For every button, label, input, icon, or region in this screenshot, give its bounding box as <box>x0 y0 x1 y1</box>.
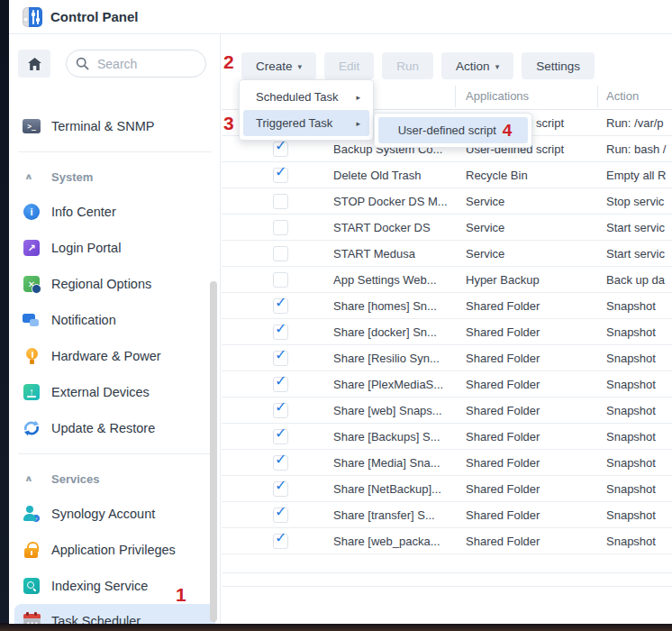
sidebar-item-login-portal[interactable]: ↗Login Portal <box>9 230 221 266</box>
sidebar-item-application-privileges[interactable]: Application Privileges <box>9 532 221 568</box>
action-button[interactable]: Action▾ <box>441 52 513 79</box>
row-checkbox[interactable]: ✓ <box>273 377 288 392</box>
menu-item-triggered-task[interactable]: Triggered Task▸ <box>243 110 369 136</box>
row-checkbox[interactable]: ✓ <box>273 142 288 157</box>
sidebar-scrollbar[interactable] <box>210 281 217 622</box>
row-checkbox[interactable]: ✓ <box>273 429 288 444</box>
row-checkbox[interactable] <box>273 272 288 288</box>
row-checkbox[interactable] <box>273 246 288 261</box>
checkmark-icon: ✓ <box>275 425 286 442</box>
sidebar: >_Terminal & SNMP∧SystemiInfo Center↗Log… <box>9 34 221 624</box>
synology-account-icon: ✓ <box>23 506 41 522</box>
task-scheduler-icon <box>23 614 41 625</box>
task-name-cell: App Settings Web... <box>333 267 458 293</box>
create-button[interactable]: Create▾ <box>241 52 316 79</box>
table-row[interactable]: ✓Share [Backups] S...Shared FolderSnapsh… <box>222 424 672 450</box>
row-checkbox[interactable]: ✓ <box>273 325 288 340</box>
sidebar-divider <box>9 446 221 462</box>
table-row[interactable]: START Docker DSServiceStart servic <box>222 215 672 241</box>
sidebar-item-indexing-service[interactable]: Indexing Service <box>9 568 221 604</box>
row-checkbox[interactable]: ✓ <box>273 508 288 523</box>
row-checkbox[interactable] <box>273 220 288 235</box>
row-checkbox[interactable]: ✓ <box>273 455 288 471</box>
application-cell: Shared Folder <box>466 398 594 424</box>
row-checkbox[interactable]: ✓ <box>273 481 288 497</box>
home-button[interactable] <box>18 50 50 78</box>
sidebar-nav: >_Terminal & SNMP∧SystemiInfo Center↗Log… <box>9 108 221 624</box>
table-row[interactable]: ✓Share [Resilio Syn...Shared FolderSnaps… <box>222 345 672 371</box>
row-checkbox[interactable]: ✓ <box>273 403 288 418</box>
triggered-task-submenu: User-defined script4 <box>374 113 532 148</box>
indexing-service-icon <box>23 578 40 594</box>
row-checkbox[interactable]: ✓ <box>273 351 288 366</box>
sidebar-section-system[interactable]: ∧System <box>9 160 221 194</box>
sidebar-section-services[interactable]: ∧Services <box>9 462 221 496</box>
sidebar-item-external-devices[interactable]: ↑External Devices <box>9 374 221 410</box>
checkmark-icon: ✓ <box>275 529 286 546</box>
table-row[interactable]: ✓Share [web] Snaps...Shared FolderSnapsh… <box>222 398 672 424</box>
info-center-icon: i <box>23 204 40 220</box>
row-checkbox[interactable]: ✓ <box>273 534 288 549</box>
checkmark-icon: ✓ <box>275 372 286 389</box>
search-box[interactable] <box>66 50 206 78</box>
task-name-cell: Share [Resilio Syn... <box>333 345 458 371</box>
chevron-up-icon: ∧ <box>24 171 33 181</box>
sidebar-item-label: Hardware & Power <box>51 349 161 363</box>
action-cell: Run: /var/p <box>606 110 672 136</box>
row-checkbox[interactable] <box>273 194 288 209</box>
caret-down-icon: ▾ <box>298 62 303 71</box>
table-row[interactable]: App Settings Web...Hyper BackupBack up d… <box>222 267 672 293</box>
table-row[interactable]: ✓Share [transfer] S...Shared FolderSnaps… <box>222 502 672 528</box>
update-restore-icon <box>23 419 41 437</box>
sidebar-item-update-restore[interactable]: Update & Restore <box>9 410 221 446</box>
button-label: Settings <box>536 59 580 73</box>
window-title: Control Panel <box>50 9 139 24</box>
task-name-cell: Share [Media] Sna... <box>333 450 458 476</box>
sidebar-item-label: Indexing Service <box>51 579 148 593</box>
table-row[interactable]: START MedusaServiceStart servic <box>222 241 672 267</box>
settings-button[interactable]: Settings <box>522 52 595 79</box>
task-name-cell: STOP Docker DS M... <box>333 188 458 215</box>
run-button: Run <box>382 52 433 79</box>
control-panel-icon <box>23 7 42 27</box>
sidebar-item-task-scheduler[interactable]: Task Scheduler <box>14 604 215 624</box>
checkmark-icon: ✓ <box>275 346 286 363</box>
table-row[interactable]: STOP Docker DS M...ServiceStop servic <box>222 188 672 215</box>
action-cell: Run: bash / <box>606 136 672 162</box>
row-checkbox[interactable]: ✓ <box>273 168 288 183</box>
sidebar-item-synology-account[interactable]: ✓Synology Account <box>9 496 221 532</box>
search-input[interactable] <box>95 56 186 72</box>
sidebar-item-hardware-power[interactable]: Hardware & Power <box>9 338 221 374</box>
action-cell: Snapshot <box>606 450 672 476</box>
table-row[interactable]: ✓Share [homes] Sn...Shared FolderSnapsho… <box>222 293 672 319</box>
table-row[interactable]: ✓Share [NetBackup]...Shared FolderSnapsh… <box>222 476 672 502</box>
row-checkbox[interactable]: ✓ <box>273 298 288 314</box>
action-cell: Snapshot <box>606 319 672 345</box>
sidebar-item-notification[interactable]: Notification <box>9 302 221 338</box>
menu-item-user-defined-script[interactable]: User-defined script4 <box>378 117 528 143</box>
menu-item-label: User-defined script <box>398 123 496 137</box>
sidebar-item-label: Application Privileges <box>51 543 176 557</box>
task-name-cell: Share [Backups] S... <box>333 424 458 450</box>
sidebar-item-label: Regional Options <box>51 277 151 291</box>
chevron-up-icon: ∧ <box>24 473 33 483</box>
column-header-action[interactable]: Action <box>606 83 639 110</box>
menu-item-scheduled-task[interactable]: Scheduled Task▸ <box>243 84 369 110</box>
checkmark-icon: ✓ <box>275 163 286 180</box>
table-row[interactable]: ✓Share [web_packa...Shared FolderSnapsho… <box>222 528 672 554</box>
task-name-cell: Delete Old Trash <box>333 162 458 188</box>
sidebar-item-regional-options[interactable]: ✕Regional Options <box>9 266 221 302</box>
table-row[interactable]: ✓Share [PlexMediaS...Shared FolderSnapsh… <box>222 371 672 398</box>
table-row[interactable]: ✓Share [docker] Sn...Shared FolderSnapsh… <box>222 319 672 345</box>
sidebar-item-terminal-snmp[interactable]: >_Terminal & SNMP <box>9 108 221 144</box>
window-titlebar: Control Panel <box>9 0 672 34</box>
column-header-applications[interactable]: Applications <box>466 83 529 110</box>
sidebar-item-info-center[interactable]: iInfo Center <box>9 194 221 230</box>
task-name-cell: Share [PlexMediaS... <box>333 371 458 398</box>
table-footer-divider <box>222 572 672 573</box>
application-privileges-icon <box>23 542 40 559</box>
table-row[interactable]: ✓Share [Media] Sna...Shared FolderSnapsh… <box>222 450 672 476</box>
table-row[interactable]: ✓Delete Old TrashRecycle BinEmpty all R <box>222 162 672 188</box>
regional-options-icon: ✕ <box>23 276 40 292</box>
task-name-cell: Share [homes] Sn... <box>333 293 458 319</box>
